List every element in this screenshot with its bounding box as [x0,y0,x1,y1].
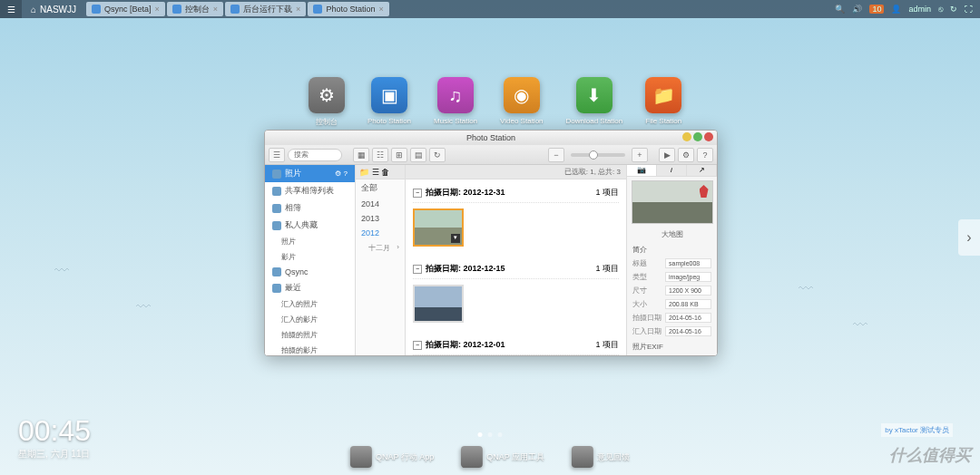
detail-value: image/jpeg [665,272,711,282]
tab-info[interactable]: 📷 [627,165,657,176]
folder-icon [272,221,281,230]
exif-section[interactable]: 照片EXIF [632,342,711,352]
settings-button[interactable]: ⚙ [678,148,694,162]
photo-thumbnail[interactable] [413,285,464,323]
delete-icon[interactable]: 🗑 [381,168,389,177]
host-label[interactable]: ⌂NASWJJ [22,5,85,15]
desktop-icon[interactable]: ⬇Download Station [566,77,623,127]
search-input[interactable] [288,149,342,161]
desktop-clock: 00:45 星期三, 六月 11日 [18,414,91,460]
view-detail-button[interactable]: ⊞ [391,148,407,162]
taskbar-tab[interactable]: Qsync [Beta]× [86,2,165,16]
folder-icon [272,284,281,293]
taskbar-tab[interactable]: 后台运行下载× [225,2,306,16]
search-icon[interactable]: 🔍 [835,5,845,14]
filter-button[interactable]: ▤ [410,148,426,162]
sort-icon[interactable]: ☰ [372,168,379,177]
taskbar-tab[interactable]: 控制台× [167,2,223,16]
sidebar-item[interactable]: 影片 [265,249,355,265]
maximize-button[interactable] [693,132,702,141]
sidebar-item[interactable]: Qsync [265,265,355,279]
desktop-icon[interactable]: ♫Music Station [434,77,477,127]
watermark-author: by xTactor 测试专员 [881,423,953,437]
sidebar-item[interactable]: 私人典藏 [265,217,355,234]
minimize-button[interactable] [682,132,691,141]
dock-item[interactable]: 意见回馈 [572,446,630,468]
year-item[interactable]: 2014 [356,197,405,211]
dock: QNAP 行动 AppQNAP 应用工具意见回馈 [350,446,630,468]
desktop-icons: ⚙控制台▣Photo Station♫Music Station◉Video S… [309,77,681,127]
tab-share[interactable]: ↗ [687,165,717,176]
detail-key: 汇入日期 [632,326,662,336]
refresh-button[interactable]: ↻ [429,148,446,162]
desktop-icon[interactable]: ⚙控制台 [309,77,345,127]
sidebar-item[interactable]: 相簿 [265,199,355,217]
zoom-slider[interactable] [571,153,625,157]
dock-item[interactable]: QNAP 行动 App [350,446,434,468]
help-button[interactable]: ? [697,148,713,162]
detail-value: 2014-05-16 [665,326,711,336]
slideshow-button[interactable]: ▶ [659,148,675,162]
close-icon[interactable]: × [213,5,218,14]
desktop-pager[interactable] [478,432,503,437]
restart-icon[interactable]: ↻ [950,5,957,14]
folder-icon[interactable]: 📁 [359,168,369,177]
sidebar-item[interactable]: 照片⚙ ? [265,165,355,182]
enlarge-link[interactable]: 大地图 [627,228,717,241]
main-menu-button[interactable]: ☰ [0,0,22,18]
folder-icon [272,204,281,213]
next-desktop-arrow[interactable]: › [958,219,980,256]
sidebar-item[interactable]: 汇入的照片 [265,296,355,312]
sidebar-item[interactable]: 拍摄的照片 [265,327,355,343]
close-icon[interactable]: × [155,5,160,14]
notification-badge[interactable]: 10 [869,5,884,14]
tab-edit[interactable]: i [657,165,687,176]
photo-thumbnail[interactable]: ▾ [413,208,464,247]
detail-value: 200.88 KB [665,299,711,309]
clock-time: 00:45 [18,414,91,448]
dock-item[interactable]: QNAP 应用工具 [461,446,544,468]
close-icon[interactable]: × [296,5,300,14]
year-all[interactable]: 全部 [356,179,405,197]
logout-icon[interactable]: ⎋ [938,5,943,14]
date-header[interactable]: −拍摄日期: 2012-12-151 项目 [413,259,619,279]
year-item[interactable]: 2012 [356,226,405,240]
top-taskbar: ☰ ⌂NASWJJ Qsync [Beta]×控制台×后台运行下载×Photo … [0,0,980,18]
close-icon[interactable]: × [378,5,383,14]
view-list-button[interactable]: ☷ [372,148,388,162]
detail-panel: 📷 i ↗ 大地图 简介 标题sample008类型image/jpeg尺寸12… [626,165,717,355]
user-label[interactable]: admin [908,5,931,14]
volume-icon[interactable]: 🔊 [852,5,862,14]
year-item[interactable]: 2013 [356,211,405,226]
sidebar: 照片⚙ ?共享相簿列表相簿私人典藏照片影片Qsync最近汇入的照片汇入的影片拍摄… [265,165,356,355]
window-title: Photo Station [466,133,515,142]
fullscreen-icon[interactable]: ⛶ [965,5,973,14]
desktop-icon[interactable]: ▣Photo Station [368,77,411,127]
collapse-icon[interactable]: − [413,265,422,274]
sidebar-item[interactable]: 共享相簿列表 [265,182,355,199]
date-header[interactable]: −拍摄日期: 2012-12-311 项目 [413,183,619,203]
collapse-icon[interactable]: − [413,189,422,198]
desktop-icon[interactable]: 📁File Station [645,77,681,127]
user-icon[interactable]: 👤 [891,5,901,14]
detail-section-title: 简介 [632,245,711,255]
sidebar-item[interactable]: 照片 [265,234,355,249]
sidebar-item[interactable]: 汇入的影片 [265,312,355,327]
desktop-icon[interactable]: ◉Video Station [500,77,543,127]
close-button[interactable] [704,132,713,141]
zoom-out-button[interactable]: − [548,148,564,162]
window-titlebar[interactable]: Photo Station [265,131,717,145]
preview-image[interactable] [632,180,713,224]
date-header[interactable]: −拍摄日期: 2012-12-011 项目 [413,335,619,355]
back-button[interactable]: ☰ [269,148,285,162]
clock-date: 星期三, 六月 11日 [18,448,91,460]
year-column: 📁 ☰ 🗑 全部 201420132012十二月› [356,165,406,355]
detail-key: 标题 [632,258,662,268]
sidebar-item[interactable]: 拍摄的影片 [265,343,355,355]
collapse-icon[interactable]: − [413,341,422,350]
view-grid-button[interactable]: ▦ [353,148,369,162]
month-item[interactable]: 十二月› [356,240,405,256]
taskbar-tab[interactable]: Photo Station× [308,2,388,16]
zoom-in-button[interactable]: + [632,148,648,162]
sidebar-item[interactable]: 最近 [265,279,355,296]
